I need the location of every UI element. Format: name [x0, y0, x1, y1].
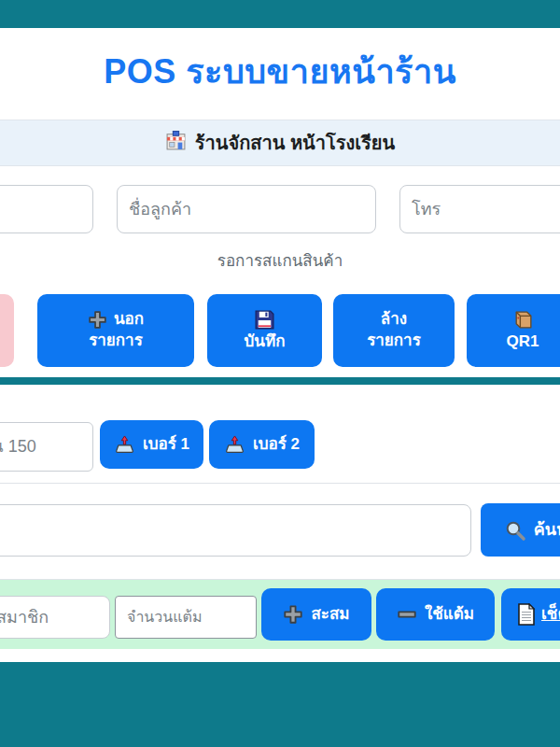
clear-list-button[interactable]: ล้าง รายการ	[333, 294, 455, 367]
phone-input[interactable]	[399, 185, 560, 233]
call-bell-icon	[114, 435, 135, 455]
save-label: บันทึก	[245, 331, 286, 353]
number-2-button[interactable]: เบอร์ 2	[209, 420, 315, 469]
minus-icon	[397, 604, 417, 625]
store-name-bar: ร้านจักสาน หน้าโรงเรียน	[0, 120, 560, 166]
page-title: POS ระบบขายหน้าร้าน	[0, 45, 560, 98]
collect-points-button[interactable]: สะสม	[261, 588, 371, 641]
plus-icon	[283, 604, 303, 625]
search-button[interactable]: ค้นหา	[481, 503, 560, 557]
points-amount-input[interactable]	[115, 596, 257, 639]
check-points-label: เช็คแต้ม	[541, 604, 560, 626]
out-of-list-label-line2: รายการ	[89, 331, 143, 352]
number-2-label: เบอร์ 2	[253, 434, 300, 456]
search-input[interactable]	[0, 504, 471, 557]
redeem-points-label: ใช้แต้ม	[425, 604, 474, 626]
scan-status-text: รอการสแกนสินค้า	[0, 247, 560, 273]
amount-example-input[interactable]	[0, 422, 93, 472]
pink-cropped-button[interactable]	[0, 294, 14, 367]
qr1-button[interactable]: QR1	[467, 294, 560, 367]
out-of-list-label-line1: นอก	[114, 309, 144, 331]
bottom-teal-bar	[0, 662, 560, 747]
storefront-icon	[165, 130, 187, 156]
plus-icon	[88, 310, 107, 330]
search-label: ค้นหา	[534, 518, 560, 541]
document-icon	[517, 603, 536, 626]
collect-points-label: สะสม	[311, 604, 349, 626]
magnifier-icon	[504, 519, 526, 542]
pos-app: POS ระบบขายหน้าร้าน ร้านจักสาน หน้าโรงเร…	[0, 0, 560, 747]
top-teal-bar	[0, 0, 560, 28]
store-name-label: ร้านจักสาน หน้าโรงเรียน	[195, 128, 395, 158]
customer-name-input[interactable]	[117, 185, 376, 233]
divider	[0, 483, 560, 484]
call-bell-icon	[224, 435, 245, 455]
redeem-points-button[interactable]: ใช้แต้ม	[376, 588, 495, 641]
check-points-button[interactable]: เช็คแต้ม	[501, 588, 560, 641]
out-of-list-button[interactable]: นอก รายการ	[37, 294, 194, 367]
member-number-input[interactable]	[0, 596, 110, 639]
package-icon	[511, 308, 535, 331]
clear-label-line2: รายการ	[367, 331, 421, 352]
clear-label-line1: ล้าง	[381, 309, 407, 331]
number-1-button[interactable]: เบอร์ 1	[100, 420, 203, 469]
floppy-disk-icon	[253, 308, 276, 331]
teal-section-divider	[0, 377, 560, 385]
save-button[interactable]: บันทึก	[207, 294, 322, 367]
number-1-label: เบอร์ 1	[143, 434, 189, 456]
qr1-label: QR1	[507, 331, 539, 353]
leftmost-cropped-input[interactable]	[0, 185, 93, 233]
